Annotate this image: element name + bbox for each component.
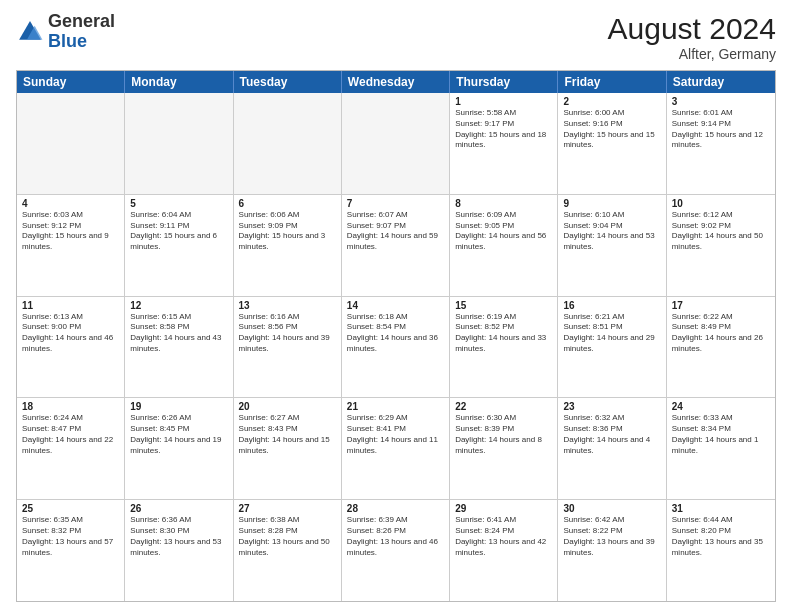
cell-info: Sunrise: 6:07 AMSunset: 9:07 PMDaylight:… [347,210,444,253]
logo-icon [16,18,44,46]
day-number: 2 [563,96,660,107]
day-number: 14 [347,300,444,311]
cal-cell: 5Sunrise: 6:04 AMSunset: 9:11 PMDaylight… [125,195,233,296]
cal-cell: 16Sunrise: 6:21 AMSunset: 8:51 PMDayligh… [558,297,666,398]
cell-info: Sunrise: 6:42 AMSunset: 8:22 PMDaylight:… [563,515,660,558]
cal-cell: 22Sunrise: 6:30 AMSunset: 8:39 PMDayligh… [450,398,558,499]
header-day-saturday: Saturday [667,71,775,93]
cal-cell: 17Sunrise: 6:22 AMSunset: 8:49 PMDayligh… [667,297,775,398]
cell-info: Sunrise: 5:58 AMSunset: 9:17 PMDaylight:… [455,108,552,151]
cal-cell: 24Sunrise: 6:33 AMSunset: 8:34 PMDayligh… [667,398,775,499]
calendar-body: 1Sunrise: 5:58 AMSunset: 9:17 PMDaylight… [17,93,775,601]
week-row-4: 25Sunrise: 6:35 AMSunset: 8:32 PMDayligh… [17,499,775,601]
day-number: 1 [455,96,552,107]
cell-info: Sunrise: 6:15 AMSunset: 8:58 PMDaylight:… [130,312,227,355]
cal-cell: 12Sunrise: 6:15 AMSunset: 8:58 PMDayligh… [125,297,233,398]
day-number: 15 [455,300,552,311]
day-number: 9 [563,198,660,209]
logo: General Blue [16,12,115,52]
cell-info: Sunrise: 6:12 AMSunset: 9:02 PMDaylight:… [672,210,770,253]
cal-cell: 23Sunrise: 6:32 AMSunset: 8:36 PMDayligh… [558,398,666,499]
cell-info: Sunrise: 6:22 AMSunset: 8:49 PMDaylight:… [672,312,770,355]
cell-info: Sunrise: 6:21 AMSunset: 8:51 PMDaylight:… [563,312,660,355]
cell-info: Sunrise: 6:33 AMSunset: 8:34 PMDaylight:… [672,413,770,456]
week-row-1: 4Sunrise: 6:03 AMSunset: 9:12 PMDaylight… [17,194,775,296]
cell-info: Sunrise: 6:18 AMSunset: 8:54 PMDaylight:… [347,312,444,355]
cell-info: Sunrise: 6:16 AMSunset: 8:56 PMDaylight:… [239,312,336,355]
cell-info: Sunrise: 6:44 AMSunset: 8:20 PMDaylight:… [672,515,770,558]
day-number: 3 [672,96,770,107]
cal-cell: 14Sunrise: 6:18 AMSunset: 8:54 PMDayligh… [342,297,450,398]
cell-info: Sunrise: 6:04 AMSunset: 9:11 PMDaylight:… [130,210,227,253]
day-number: 8 [455,198,552,209]
cell-info: Sunrise: 6:29 AMSunset: 8:41 PMDaylight:… [347,413,444,456]
day-number: 12 [130,300,227,311]
day-number: 4 [22,198,119,209]
cal-cell [125,93,233,194]
title-block: August 2024 Alfter, Germany [608,12,776,62]
month-year: August 2024 [608,12,776,46]
cal-cell: 8Sunrise: 6:09 AMSunset: 9:05 PMDaylight… [450,195,558,296]
cell-info: Sunrise: 6:41 AMSunset: 8:24 PMDaylight:… [455,515,552,558]
header-day-wednesday: Wednesday [342,71,450,93]
day-number: 30 [563,503,660,514]
header-day-sunday: Sunday [17,71,125,93]
header-day-friday: Friday [558,71,666,93]
day-number: 23 [563,401,660,412]
cal-cell: 10Sunrise: 6:12 AMSunset: 9:02 PMDayligh… [667,195,775,296]
cal-cell: 9Sunrise: 6:10 AMSunset: 9:04 PMDaylight… [558,195,666,296]
day-number: 25 [22,503,119,514]
cal-cell: 7Sunrise: 6:07 AMSunset: 9:07 PMDaylight… [342,195,450,296]
cell-info: Sunrise: 6:01 AMSunset: 9:14 PMDaylight:… [672,108,770,151]
week-row-2: 11Sunrise: 6:13 AMSunset: 9:00 PMDayligh… [17,296,775,398]
cal-cell: 28Sunrise: 6:39 AMSunset: 8:26 PMDayligh… [342,500,450,601]
cal-cell: 27Sunrise: 6:38 AMSunset: 8:28 PMDayligh… [234,500,342,601]
cal-cell: 11Sunrise: 6:13 AMSunset: 9:00 PMDayligh… [17,297,125,398]
day-number: 22 [455,401,552,412]
cal-cell: 18Sunrise: 6:24 AMSunset: 8:47 PMDayligh… [17,398,125,499]
day-number: 10 [672,198,770,209]
cell-info: Sunrise: 6:03 AMSunset: 9:12 PMDaylight:… [22,210,119,253]
cal-cell: 25Sunrise: 6:35 AMSunset: 8:32 PMDayligh… [17,500,125,601]
cell-info: Sunrise: 6:24 AMSunset: 8:47 PMDaylight:… [22,413,119,456]
location: Alfter, Germany [608,46,776,62]
day-number: 26 [130,503,227,514]
week-row-3: 18Sunrise: 6:24 AMSunset: 8:47 PMDayligh… [17,397,775,499]
cell-info: Sunrise: 6:38 AMSunset: 8:28 PMDaylight:… [239,515,336,558]
cell-info: Sunrise: 6:09 AMSunset: 9:05 PMDaylight:… [455,210,552,253]
cell-info: Sunrise: 6:30 AMSunset: 8:39 PMDaylight:… [455,413,552,456]
day-number: 24 [672,401,770,412]
cal-cell: 26Sunrise: 6:36 AMSunset: 8:30 PMDayligh… [125,500,233,601]
header-day-tuesday: Tuesday [234,71,342,93]
day-number: 19 [130,401,227,412]
week-row-0: 1Sunrise: 5:58 AMSunset: 9:17 PMDaylight… [17,93,775,194]
cal-cell [17,93,125,194]
day-number: 11 [22,300,119,311]
header-day-monday: Monday [125,71,233,93]
day-number: 13 [239,300,336,311]
day-number: 6 [239,198,336,209]
cell-info: Sunrise: 6:39 AMSunset: 8:26 PMDaylight:… [347,515,444,558]
day-number: 18 [22,401,119,412]
page: General Blue August 2024 Alfter, Germany… [0,0,792,612]
day-number: 21 [347,401,444,412]
day-number: 27 [239,503,336,514]
cal-cell: 15Sunrise: 6:19 AMSunset: 8:52 PMDayligh… [450,297,558,398]
cal-cell [234,93,342,194]
cal-cell: 31Sunrise: 6:44 AMSunset: 8:20 PMDayligh… [667,500,775,601]
cell-info: Sunrise: 6:10 AMSunset: 9:04 PMDaylight:… [563,210,660,253]
cal-cell: 13Sunrise: 6:16 AMSunset: 8:56 PMDayligh… [234,297,342,398]
cal-cell: 20Sunrise: 6:27 AMSunset: 8:43 PMDayligh… [234,398,342,499]
day-number: 17 [672,300,770,311]
cell-info: Sunrise: 6:35 AMSunset: 8:32 PMDaylight:… [22,515,119,558]
cal-cell: 6Sunrise: 6:06 AMSunset: 9:09 PMDaylight… [234,195,342,296]
cal-cell: 2Sunrise: 6:00 AMSunset: 9:16 PMDaylight… [558,93,666,194]
logo-blue-text: Blue [48,31,87,51]
cell-info: Sunrise: 6:19 AMSunset: 8:52 PMDaylight:… [455,312,552,355]
cal-cell: 1Sunrise: 5:58 AMSunset: 9:17 PMDaylight… [450,93,558,194]
day-number: 20 [239,401,336,412]
cal-cell: 29Sunrise: 6:41 AMSunset: 8:24 PMDayligh… [450,500,558,601]
day-number: 29 [455,503,552,514]
day-number: 16 [563,300,660,311]
calendar-header: SundayMondayTuesdayWednesdayThursdayFrid… [17,71,775,93]
